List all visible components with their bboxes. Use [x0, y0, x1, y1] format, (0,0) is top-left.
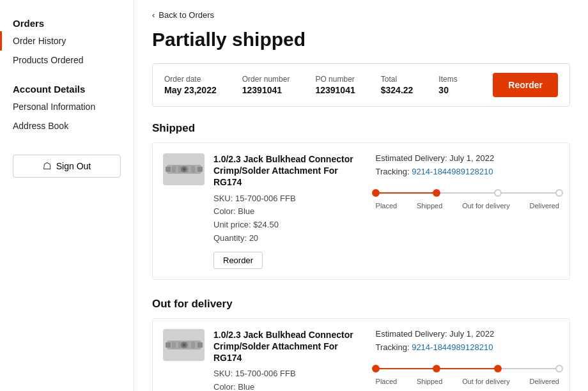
progress-bar: PlacedShippedOut for deliveryDelivered: [376, 362, 559, 385]
sidebar-item-order-history[interactable]: Order History: [0, 31, 134, 50]
estimated-delivery: Estimated Delivery: July 1, 2022: [376, 329, 559, 339]
sign-out-label: Sign Out: [56, 161, 91, 171]
po-number-label: PO number: [315, 75, 355, 84]
svg-rect-11: [197, 342, 203, 348]
shipments-container: Shipped 1.0/2.3 Jack Bulkhead Connector …: [152, 122, 570, 391]
progress-line: [376, 187, 559, 199]
step-dot-3: [555, 189, 563, 197]
step-dot-2: [494, 189, 502, 197]
step-label: Placed: [376, 378, 398, 385]
tracking-label: Tracking: 9214-1844989128210: [376, 167, 559, 176]
tracking-number-link[interactable]: 9214-1844989128210: [412, 167, 493, 176]
step-label: Placed: [376, 202, 398, 210]
step-label-row: PlacedShippedOut for deliveryDelivered: [376, 378, 559, 385]
svg-rect-2: [197, 167, 203, 172]
item-quantity: Quantity: 20: [213, 232, 367, 245]
order-number-label: Order number: [242, 75, 290, 84]
connector-image: [166, 332, 203, 358]
step-label: Shipped: [417, 378, 442, 385]
item-color: Color: Blue: [213, 205, 367, 218]
svg-rect-1: [166, 167, 171, 172]
po-number-field: PO number 12391041: [315, 75, 355, 95]
item-image: [163, 329, 205, 361]
sidebar-item-label: Products Ordered: [13, 55, 84, 65]
svg-point-17: [183, 344, 185, 346]
shipment-section-1: Out for delivery 1.0/2.3 Jack Bulkhead C…: [152, 298, 570, 391]
step-dot-0: [372, 189, 380, 197]
connector-image: [166, 156, 203, 183]
reorder-item-button[interactable]: Reorder: [213, 252, 263, 269]
tracking-text: Tracking:: [376, 342, 410, 352]
item-name: 1.0/2.3 Jack Bulkhead Connector Crimp/So…: [213, 153, 367, 188]
order-date-field: Order date May 23,2022: [164, 75, 217, 95]
step-dot-2: [494, 365, 502, 372]
item-sku: SKU: 15-700-006 FFB: [213, 192, 367, 206]
progress-line-fill: [376, 192, 437, 194]
step-dot-1: [433, 189, 440, 197]
sidebar-item-address-book[interactable]: Address Book: [0, 116, 134, 135]
reorder-main-button[interactable]: Reorder: [493, 73, 558, 97]
sidebar-account-title: Account Details: [0, 79, 134, 97]
order-number-field: Order number 12391041: [242, 75, 290, 95]
sidebar-item-label: Address Book: [13, 121, 68, 131]
total-field: Total $324.22: [381, 75, 414, 95]
po-number-value: 12391041: [315, 85, 355, 95]
svg-rect-10: [166, 342, 171, 348]
step-dot-0: [372, 365, 380, 372]
total-value: $324.22: [381, 85, 414, 95]
sidebar-item-products-ordered[interactable]: Products Ordered: [0, 50, 134, 70]
svg-rect-6: [191, 166, 195, 172]
sidebar-item-label: Order History: [13, 36, 66, 46]
order-date-value: May 23,2022: [164, 85, 217, 95]
item-unit-price: Unit price: $24.50: [213, 218, 367, 232]
sidebar-item-personal-information[interactable]: Personal Information: [0, 97, 134, 116]
item-tracking: Estimated Delivery: July 1, 2022 Trackin…: [376, 329, 559, 385]
total-label: Total: [381, 75, 414, 84]
item-image: [163, 153, 205, 185]
user-icon: ☖: [43, 160, 51, 172]
item-sku: SKU: 15-700-006 FFB: [213, 367, 367, 381]
item-info: 1.0/2.3 Jack Bulkhead Connector Crimp/So…: [213, 329, 367, 391]
shipment-item: 1.0/2.3 Jack Bulkhead Connector Crimp/So…: [152, 142, 570, 280]
step-dot-3: [555, 365, 563, 372]
items-field: Items 30: [438, 75, 457, 95]
tracking-label: Tracking: 9214-1844989128210: [376, 342, 559, 352]
items-label: Items: [438, 75, 457, 84]
svg-rect-12: [172, 342, 176, 348]
tracking-text: Tracking:: [376, 167, 410, 176]
item-name: 1.0/2.3 Jack Bulkhead Connector Crimp/So…: [213, 329, 367, 364]
item-color: Color: Blue: [213, 381, 367, 391]
step-label: Delivered: [530, 202, 559, 210]
step-label-row: PlacedShippedOut for deliveryDelivered: [376, 202, 559, 210]
step-label: Out for delivery: [462, 202, 510, 210]
back-link-label: Back to Orders: [159, 10, 214, 20]
step-label: Shipped: [417, 202, 442, 210]
order-number-value: 12391041: [242, 85, 290, 95]
sign-out-button[interactable]: ☖ Sign Out: [13, 155, 121, 178]
order-date-label: Order date: [164, 75, 217, 84]
shipment-status-title: Shipped: [152, 122, 570, 135]
svg-rect-3: [172, 166, 176, 172]
svg-rect-15: [191, 342, 195, 348]
item-info: 1.0/2.3 Jack Bulkhead Connector Crimp/So…: [213, 153, 367, 269]
sign-out-section: ☖ Sign Out: [0, 148, 134, 184]
shipment-status-title: Out for delivery: [152, 298, 570, 310]
back-link[interactable]: ‹ Back to Orders: [152, 10, 570, 20]
tracking-number-link[interactable]: 9214-1844989128210: [412, 342, 493, 352]
page-title: Partially shipped: [152, 29, 570, 50]
estimated-delivery: Estimated Delivery: July 1, 2022: [376, 153, 559, 163]
sidebar-item-label: Personal Information: [13, 102, 95, 112]
step-label: Out for delivery: [462, 378, 510, 385]
shipment-section-0: Shipped 1.0/2.3 Jack Bulkhead Connector …: [152, 122, 570, 280]
svg-point-8: [183, 168, 185, 171]
item-tracking: Estimated Delivery: July 1, 2022 Trackin…: [376, 153, 559, 210]
sidebar-orders-title: Orders: [0, 13, 134, 31]
chevron-left-icon: ‹: [152, 10, 155, 20]
progress-bar: PlacedShippedOut for deliveryDelivered: [376, 187, 559, 210]
shipment-item: 1.0/2.3 Jack Bulkhead Connector Crimp/So…: [152, 318, 570, 391]
step-dot-1: [433, 365, 440, 372]
order-summary-bar: Order date May 23,2022 Order number 1239…: [152, 63, 570, 107]
items-value: 30: [438, 85, 457, 95]
progress-line: [376, 362, 559, 375]
main-content: ‹ Back to Orders Partially shipped Order…: [134, 0, 588, 391]
